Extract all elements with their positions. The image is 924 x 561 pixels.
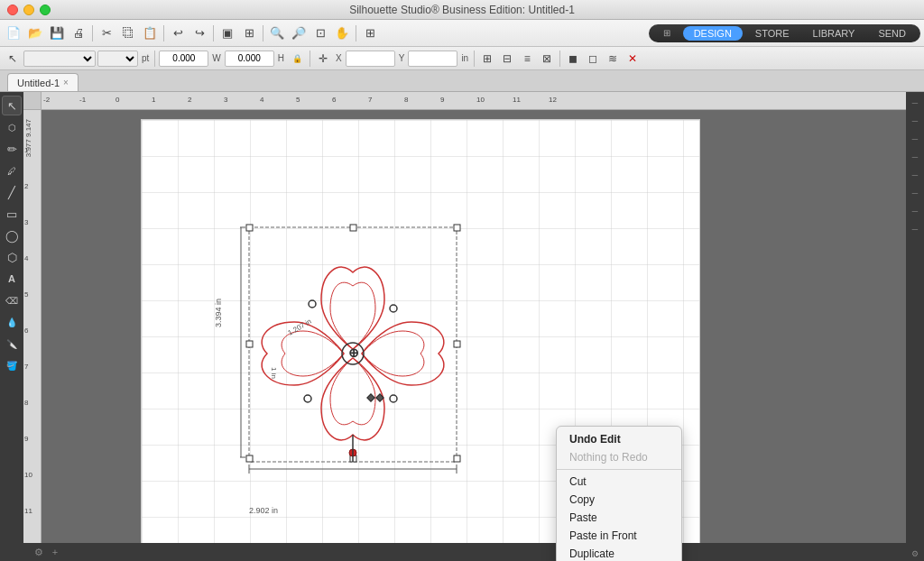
- x-input[interactable]: 1.247: [346, 51, 395, 67]
- print-icon[interactable]: 🖨: [69, 23, 88, 43]
- document-tab[interactable]: Untitled-1 ×: [7, 73, 79, 91]
- lock-ratio-icon[interactable]: 🔒: [288, 50, 306, 68]
- cursor-icon[interactable]: ↖: [4, 50, 22, 68]
- move-icon[interactable]: ✛: [314, 50, 332, 68]
- copy-item[interactable]: Copy: [557, 491, 681, 509]
- separator: [92, 25, 93, 41]
- paste-item[interactable]: Paste: [557, 509, 681, 527]
- svg-rect-2: [350, 225, 356, 231]
- svg-rect-3: [454, 225, 460, 231]
- svg-point-15: [390, 395, 397, 402]
- ellipse-tool[interactable]: ◯: [2, 225, 22, 245]
- svg-rect-0: [249, 227, 457, 462]
- pencil-tool[interactable]: ✏: [2, 139, 22, 159]
- right-panel-icon-5[interactable]: ─: [908, 168, 922, 182]
- hand-tool-icon[interactable]: ✋: [332, 23, 352, 43]
- height-input[interactable]: [225, 51, 274, 67]
- canvas-area[interactable]: -2 -1 0 1 2 3 4 5 6 7 8 9 10 11 12 3.977…: [23, 92, 906, 561]
- fill-icon[interactable]: ◼: [564, 50, 582, 68]
- distribute-icon[interactable]: ⊠: [538, 50, 556, 68]
- maximize-button[interactable]: [40, 5, 51, 15]
- ruler-num: -2: [43, 96, 50, 104]
- add-page-button[interactable]: +: [47, 544, 63, 560]
- font-family-select[interactable]: [23, 51, 96, 67]
- undo-icon[interactable]: ↩: [168, 23, 188, 43]
- cut-icon[interactable]: ✂: [97, 23, 116, 43]
- zoom-fit-icon[interactable]: ⊡: [310, 23, 330, 43]
- copy-toolbar-icon[interactable]: ⿻: [118, 23, 138, 43]
- tab-close-button[interactable]: ×: [63, 78, 69, 87]
- settings-right-icon[interactable]: ⚙: [908, 547, 922, 561]
- save-icon[interactable]: 💾: [47, 23, 67, 43]
- close-button[interactable]: [7, 5, 18, 15]
- send-tab[interactable]: SEND: [867, 26, 917, 41]
- zoom-out-icon[interactable]: 🔎: [289, 23, 309, 43]
- paste-in-front-item[interactable]: Paste in Front: [557, 527, 681, 545]
- ruler-num: -1: [79, 96, 86, 104]
- main-area: ↖ ⬡ ✏ 🖊 ╱ ▭ ◯ ⬡ A ⌫ 💧 🔪 🪣 -2 -1 0 1 2 3 …: [0, 92, 924, 561]
- pen-tool[interactable]: 🖊: [2, 161, 22, 180]
- paint-bucket-tool[interactable]: 🪣: [2, 355, 22, 375]
- minimize-button[interactable]: [23, 5, 34, 15]
- polygon-tool[interactable]: ⬡: [2, 247, 22, 267]
- ruler-top: -2 -1 0 1 2 3 4 5 6 7 8 9 10 11 12: [42, 92, 906, 110]
- eraser-tool[interactable]: ⌫: [2, 290, 22, 310]
- ruler-num: 2: [188, 96, 191, 104]
- window-title: Silhouette Studio® Business Edition: Unt…: [349, 4, 575, 16]
- stroke-icon[interactable]: ◻: [584, 50, 602, 68]
- undo-edit-item[interactable]: Undo Edit: [557, 430, 681, 448]
- right-panel-icon-1[interactable]: ─: [908, 96, 922, 110]
- ruler-v-num: 8: [24, 399, 28, 407]
- group-icon[interactable]: ▣: [217, 23, 237, 43]
- store-tab[interactable]: STORE: [744, 26, 800, 41]
- paste-toolbar-icon[interactable]: 📋: [140, 23, 160, 43]
- right-panel-icon-6[interactable]: ─: [908, 186, 922, 200]
- ungroup-icon[interactable]: ⊞: [239, 23, 259, 43]
- right-panel-icon-3[interactable]: ─: [908, 132, 922, 146]
- align-icon[interactable]: ⊞: [360, 23, 380, 43]
- line-tool[interactable]: ╱: [2, 182, 22, 202]
- svg-point-12: [309, 300, 316, 308]
- zoom-in-icon[interactable]: 🔍: [267, 23, 287, 43]
- right-panel-icon-4[interactable]: ─: [908, 150, 922, 164]
- ruler-num: 7: [368, 96, 372, 104]
- rectangle-tool[interactable]: ▭: [2, 204, 22, 224]
- width-input[interactable]: [159, 51, 208, 67]
- library-tab[interactable]: LIBRARY: [802, 26, 866, 41]
- close-tb-icon[interactable]: ✕: [624, 50, 642, 68]
- settings-icon[interactable]: ⚙: [31, 544, 47, 560]
- open-icon[interactable]: 📂: [25, 23, 45, 43]
- svg-rect-5: [454, 341, 460, 347]
- duplicate-item[interactable]: Duplicate: [557, 545, 681, 561]
- tab-label: Untitled-1: [17, 78, 60, 88]
- grid-icon[interactable]: ⊞: [478, 50, 496, 68]
- redo-icon[interactable]: ↪: [189, 23, 209, 43]
- right-panel-icon-8[interactable]: ─: [908, 222, 922, 236]
- ruler-v-num: 5: [24, 290, 28, 299]
- width-dimension: 2.902 in: [249, 506, 278, 515]
- snap-icon[interactable]: ⊟: [498, 50, 516, 68]
- separator2: [163, 25, 164, 41]
- style-icon[interactable]: ≋: [604, 50, 622, 68]
- node-tool[interactable]: ⬡: [2, 117, 22, 137]
- ruler-v-num: 6: [24, 326, 28, 335]
- align-tb-icon[interactable]: ≡: [518, 50, 536, 68]
- canvas-white[interactable]: ⊕: [42, 110, 906, 561]
- right-panel: ─ ─ ─ ─ ─ ─ ─ ─ ⚙: [906, 92, 924, 561]
- left-toolbar: ↖ ⬡ ✏ 🖊 ╱ ▭ ◯ ⬡ A ⌫ 💧 🔪 🪣: [0, 92, 23, 561]
- right-panel-icon-2[interactable]: ─: [908, 114, 922, 128]
- h-label: H: [278, 53, 284, 63]
- arrow-tool[interactable]: ↖: [2, 96, 22, 115]
- ruler-num: 12: [549, 96, 557, 104]
- right-panel-icon-7[interactable]: ─: [908, 204, 922, 218]
- text-tool[interactable]: A: [2, 269, 22, 289]
- y-input[interactable]: 7.045: [408, 51, 457, 67]
- new-icon[interactable]: 📄: [4, 23, 23, 43]
- ctx-sep1: [557, 469, 681, 470]
- eyedropper-tool[interactable]: 💧: [2, 312, 22, 332]
- second-toolbar: ↖ pt W H 🔒 ✛ X 1.247 Y 7.045 in ⊞ ⊟ ≡ ⊠ …: [0, 47, 924, 70]
- font-size-select[interactable]: [97, 51, 138, 67]
- design-tab[interactable]: DESIGN: [683, 26, 743, 41]
- knife-tool[interactable]: 🔪: [2, 334, 22, 354]
- cut-item[interactable]: Cut: [557, 473, 681, 491]
